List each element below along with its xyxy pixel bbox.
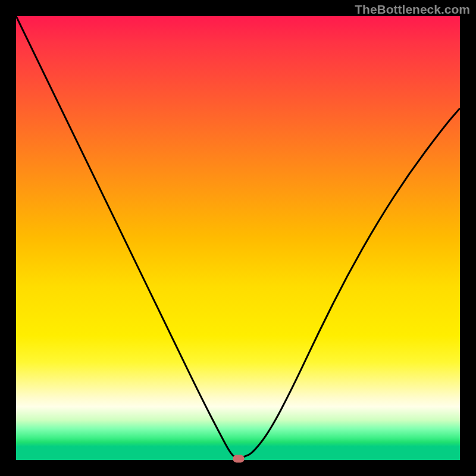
chart-container: TheBottleneck.com <box>0 0 476 476</box>
watermark-text: TheBottleneck.com <box>355 2 470 17</box>
curve-svg <box>16 16 460 460</box>
bottleneck-curve <box>16 16 460 458</box>
plot-area <box>16 16 460 460</box>
optimal-point-marker <box>233 455 245 462</box>
